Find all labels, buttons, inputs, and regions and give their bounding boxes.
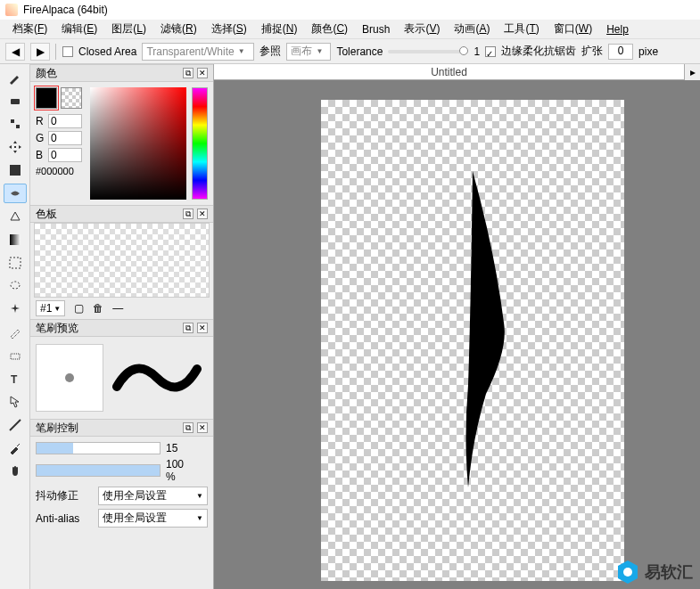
menu-view[interactable]: 表示(V) [399,20,445,38]
scroll-right-icon[interactable]: ▸ [684,64,700,80]
jitter-select[interactable]: 使用全局设置▼ [98,487,208,505]
marquee-tool-icon[interactable] [4,253,27,273]
expand-unit: pixe [638,45,658,58]
brush-preview-title: 笔刷预览 [36,321,78,336]
menu-edit[interactable]: 编辑(E) [56,20,103,38]
bucket-tool-icon[interactable] [4,184,27,203]
r-input[interactable] [48,114,82,128]
close-icon[interactable]: ✕ [197,209,208,219]
add-swatch-icon[interactable]: ▢ [72,302,85,315]
foreground-swatch[interactable] [36,87,57,109]
undo-arrow-icon[interactable]: ◀ [5,43,25,61]
svg-rect-3 [10,165,21,176]
watermark-text: 易软汇 [645,561,693,583]
close-icon[interactable]: ✕ [197,422,208,433]
ref-label: 参照 [259,44,281,59]
titlebar: FireAlpaca (64bit) [0,0,700,20]
antialias-label: 边缘柔化抗锯齿 [501,44,576,59]
menubar: 档案(F) 编辑(E) 图层(L) 滤镜(R) 选择(S) 捕捉(N) 颜色(C… [0,20,700,39]
tolerance-value: 1 [474,45,480,58]
lasso-tool-icon[interactable] [4,276,27,296]
brush-size-value: 15 [166,442,194,454]
brush-opacity-slider[interactable] [36,464,161,477]
transparency-select[interactable]: Transparent/White▼ [142,43,254,61]
eraser-tool-icon[interactable] [4,91,27,110]
line-icon: — [111,302,124,315]
svg-point-10 [623,568,632,577]
aa-select[interactable]: 使用全局设置▼ [98,509,208,528]
closed-area-label: Closed Area [78,45,136,58]
brush-tip-preview [36,344,103,412]
gradient2-tool-icon[interactable] [4,230,27,250]
fill-tool-icon[interactable] [4,160,27,180]
app-icon [5,4,18,16]
brush-tool-icon[interactable] [4,68,27,87]
gradient-tool-icon[interactable] [4,207,27,226]
operation-tool-icon[interactable] [4,392,27,412]
hand-tool-icon[interactable] [4,462,27,481]
svg-rect-5 [10,258,21,268]
undock-icon[interactable]: ⧉ [183,422,194,433]
brush-size-slider[interactable] [36,442,161,454]
palette-select[interactable]: #1 ▼ [36,300,65,316]
g-input[interactable] [48,131,82,145]
tolerance-slider[interactable] [388,50,468,53]
move-tool-icon[interactable] [4,137,27,157]
menu-window[interactable]: 窗口(W) [548,20,597,38]
ref-select[interactable]: 画布▼ [286,43,331,61]
dot-tool-icon[interactable] [4,114,27,134]
background-swatch[interactable] [61,87,82,109]
text-tool-icon[interactable]: T [4,369,27,389]
selecterase-tool-icon[interactable] [4,346,27,365]
drawn-stroke [446,171,517,492]
close-icon[interactable]: ✕ [197,68,208,78]
redo-arrow-icon[interactable]: ▶ [30,43,50,61]
watermark: 易软汇 [616,559,693,585]
expand-input[interactable]: 0 [608,44,633,60]
selectpen-tool-icon[interactable] [4,323,27,342]
close-icon[interactable]: ✕ [197,323,208,333]
tool-column: T [0,64,30,589]
brush-opacity-value: 100 % [166,458,194,483]
document-tab[interactable]: Untitled [214,64,684,80]
delete-swatch-icon[interactable]: 🗑 [92,302,104,315]
closed-area-checkbox[interactable] [62,46,73,57]
svg-rect-4 [10,234,21,245]
menu-brush[interactable]: Brush [357,21,395,37]
svg-rect-2 [16,125,20,128]
eyedropper-tool-icon[interactable] [4,438,27,458]
palette-grid[interactable] [34,223,210,298]
title-text: FireAlpaca (64bit) [23,4,108,16]
svg-rect-1 [11,119,14,123]
brush-preview-header: 笔刷预览 ⧉ ✕ [30,319,213,337]
expand-label: 扩张 [581,44,603,59]
menu-tools[interactable]: 工具(T) [498,20,544,38]
hue-slider[interactable] [192,87,208,200]
undock-icon[interactable]: ⧉ [183,68,194,78]
menu-anim[interactable]: 动画(A) [449,20,495,38]
menu-select[interactable]: 选择(S) [206,20,252,38]
menu-color[interactable]: 颜色(C) [306,20,353,38]
aa-label: Anti-alias [36,512,93,525]
wand-tool-icon[interactable] [4,299,27,319]
menu-layer[interactable]: 图层(L) [106,20,152,38]
color-panel-header: 颜色 ⧉ ✕ [30,64,213,82]
svg-text:T: T [11,373,18,386]
b-input[interactable] [48,148,82,162]
watermark-icon [616,559,639,585]
brush-ctrl-header: 笔刷控制 ⧉ ✕ [30,419,213,437]
palette-panel-header: 色板 ⧉ ✕ [30,205,213,223]
menu-snap[interactable]: 捕捉(N) [256,20,303,38]
canvas-area[interactable]: Untitled ▸ 易软汇 [214,64,700,589]
undock-icon[interactable]: ⧉ [183,209,194,219]
color-gradient-picker[interactable] [90,87,186,200]
panels-column: 颜色 ⧉ ✕ R G B #000000 色板 ⧉ [30,64,214,589]
antialias-checkbox[interactable] [485,46,496,57]
divide-tool-icon[interactable] [4,415,27,435]
undock-icon[interactable]: ⧉ [183,323,194,333]
menu-help[interactable]: Help [601,21,634,37]
menu-file[interactable]: 档案(F) [7,20,53,38]
hex-value: #000000 [36,166,85,176]
menu-filter[interactable]: 滤镜(R) [155,20,202,38]
jitter-label: 抖动修正 [36,488,93,503]
